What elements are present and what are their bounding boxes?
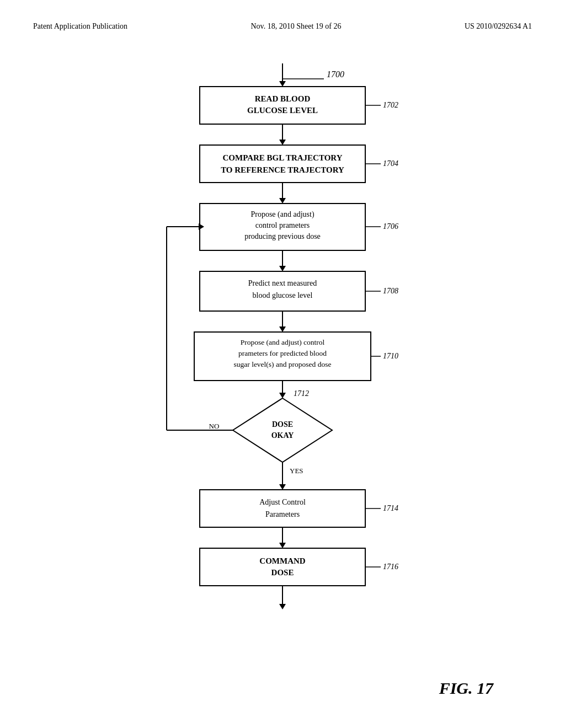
flowchart-svg: 1700 READ BLOOD GLUCOSE LEVEL 1702 COMPA… <box>89 47 476 687</box>
svg-text:prameters for predicted blood: prameters for predicted blood <box>238 349 327 357</box>
svg-text:OKAY: OKAY <box>271 431 294 440</box>
svg-text:DOSE: DOSE <box>272 420 293 429</box>
svg-text:YES: YES <box>290 467 303 475</box>
svg-text:1712: 1712 <box>294 389 309 398</box>
header-middle: Nov. 18, 2010 Sheet 19 of 26 <box>251 22 342 31</box>
svg-text:Propose (and adjust): Propose (and adjust) <box>250 210 314 219</box>
svg-text:COMMAND: COMMAND <box>259 556 305 565</box>
svg-text:TO REFERENCE TRAJECTORY: TO REFERENCE TRAJECTORY <box>221 165 344 174</box>
svg-marker-34 <box>279 393 286 398</box>
diamond-1712 <box>233 398 332 462</box>
svg-text:READ  BLOOD: READ BLOOD <box>255 94 311 103</box>
svg-text:1710: 1710 <box>383 352 398 360</box>
page-header: Patent Application Publication Nov. 18, … <box>33 22 532 31</box>
header-left: Patent Application Publication <box>33 22 127 31</box>
svg-text:NO: NO <box>209 422 220 430</box>
header-right: US 2010/0292634 A1 <box>465 22 532 31</box>
svg-text:sugar level(s)  and proposed d: sugar level(s) and proposed dose <box>234 360 332 368</box>
svg-marker-45 <box>279 484 286 490</box>
svg-marker-27 <box>279 326 286 332</box>
svg-text:1716: 1716 <box>383 563 398 571</box>
box-1704 <box>200 145 365 183</box>
box-1714 <box>200 490 365 527</box>
ref-1700-label: 1700 <box>327 69 344 79</box>
fig-label: FIG. 17 <box>439 679 493 698</box>
svg-marker-57 <box>279 604 286 609</box>
svg-text:COMPARE BGL TRAJECTORY: COMPARE BGL TRAJECTORY <box>222 153 342 162</box>
svg-text:1714: 1714 <box>383 504 398 512</box>
svg-text:Predict next measured: Predict next measured <box>248 279 317 287</box>
svg-text:DOSE: DOSE <box>271 568 294 577</box>
svg-text:Propose (and adjust) control: Propose (and adjust) control <box>241 338 325 346</box>
svg-text:1708: 1708 <box>383 287 398 295</box>
svg-text:control  prameters: control prameters <box>255 221 310 229</box>
box-1702 <box>200 87 365 124</box>
svg-text:blood glucose level: blood glucose level <box>253 291 313 299</box>
svg-text:producing previous dose: producing previous dose <box>244 232 321 240</box>
svg-text:Adjust Control: Adjust Control <box>259 498 306 506</box>
svg-marker-14 <box>279 198 286 204</box>
svg-text:Parameters: Parameters <box>265 510 300 518</box>
box-1716 <box>200 548 365 586</box>
svg-text:GLUCOSE  LEVEL: GLUCOSE LEVEL <box>247 106 318 115</box>
svg-text:1702: 1702 <box>383 101 398 109</box>
svg-marker-8 <box>279 140 286 145</box>
svg-marker-21 <box>279 266 286 271</box>
svg-text:1706: 1706 <box>383 222 398 231</box>
svg-text:1704: 1704 <box>383 159 398 168</box>
svg-marker-2 <box>279 81 286 87</box>
svg-marker-51 <box>279 543 286 548</box>
